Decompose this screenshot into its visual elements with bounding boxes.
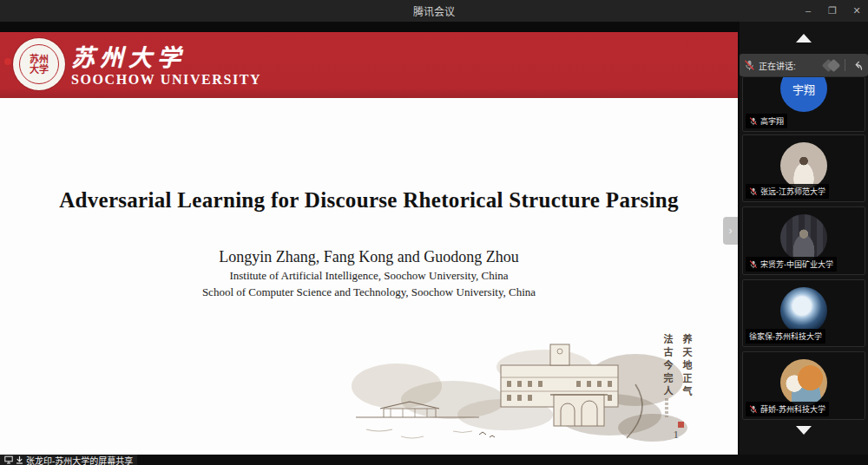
scroll-down-icon[interactable]: [796, 426, 812, 435]
participant-tile[interactable]: 徐家保-苏州科技大学: [742, 279, 865, 347]
divider: [845, 59, 845, 71]
window-controls: – ❐ ✕: [802, 0, 863, 22]
participant-name-chip: 薛娇-苏州科技大学: [746, 402, 829, 416]
speaking-avatars: [824, 61, 838, 70]
mic-muted-icon: [749, 187, 758, 196]
motto-column-1: 养天地正气: [679, 334, 693, 399]
window-titlebar: 腾讯会议 – ❐ ✕: [0, 0, 868, 22]
participant-name-chip: 徐家保-苏州科技大学: [746, 329, 825, 344]
speaking-label: 正在讲话:: [759, 59, 796, 72]
presentation-slide: 苏州大学 苏州大学 SOOCHOW UNIVERSITY Adversarial…: [0, 32, 738, 455]
mic-muted-icon: [749, 405, 758, 414]
screen-share-icon: [4, 455, 13, 464]
ink-painting-graphic: [349, 332, 698, 445]
speaking-indicator-bar: 正在讲话:: [740, 54, 868, 76]
university-name-en: SOOCHOW UNIVERSITY: [71, 72, 261, 88]
close-icon[interactable]: ✕: [851, 0, 863, 22]
participant-tile[interactable]: 宇翔 高宇翔: [742, 76, 865, 132]
participant-name: 高宇翔: [760, 115, 784, 127]
slide-page-number: 1: [674, 428, 680, 442]
slide-authors: Longyin Zhang, Fang Kong and Guodong Zho…: [0, 248, 738, 266]
slide-banner: 苏州大学 苏州大学 SOOCHOW UNIVERSITY: [0, 32, 738, 98]
university-motto: 养天地正气 法古今完人: [660, 334, 693, 399]
slide-affiliation-2: School of Computer Science and Technolog…: [0, 285, 738, 299]
seal-ring: 苏州大学: [19, 44, 59, 84]
reply-arrow-icon[interactable]: [852, 59, 864, 71]
mic-muted-icon: [749, 260, 758, 269]
participant-name: 张远-江苏师范大学: [760, 186, 825, 197]
maximize-icon[interactable]: ❐: [826, 0, 838, 22]
bottom-status-bar: 张龙印-苏州大学的屏幕共享: [0, 455, 868, 465]
participant-tile[interactable]: 张远-江苏师范大学: [742, 134, 865, 202]
minimize-icon[interactable]: –: [802, 0, 814, 22]
seal-text: 苏州大学: [28, 54, 50, 75]
red-stamp: [678, 422, 684, 428]
artist-signature: [665, 398, 668, 417]
participant-name-chip: 宋贤芳-中国矿业大学: [746, 257, 837, 272]
screen-share-status-chip: 张龙印-苏州大学的屏幕共享: [0, 455, 137, 465]
participant-name-chip: 张远-江苏师范大学: [746, 184, 829, 199]
university-seal-logo: 苏州大学: [13, 38, 65, 90]
audio-share-icon: [16, 455, 23, 464]
participants-panel: 正在讲话: 宇翔 高宇翔: [740, 22, 868, 455]
motto-column-2: 法古今完人: [660, 334, 674, 399]
share-label: 张龙印-苏州大学的屏幕共享: [26, 454, 133, 465]
mic-muted-icon: [744, 60, 755, 71]
window-title: 腾讯会议: [0, 3, 868, 18]
university-name-cn: 苏州大学: [71, 39, 186, 73]
mic-muted-icon: [749, 117, 758, 126]
participant-tile[interactable]: 薛娇-苏州科技大学: [742, 351, 865, 420]
avatar: [780, 214, 827, 261]
record-dot: [4, 58, 11, 65]
participant-tile[interactable]: 宋贤芳-中国矿业大学: [742, 206, 865, 275]
screen-share-stage: 苏州大学 苏州大学 SOOCHOW UNIVERSITY Adversarial…: [0, 22, 740, 455]
participant-name-chip: 高宇翔: [746, 114, 787, 128]
panel-collapse-handle[interactable]: ›: [723, 217, 738, 245]
slide-affiliation-1: Institute of Artificial Intelligence, So…: [0, 269, 738, 283]
avatar: 宇翔: [780, 76, 827, 112]
participant-name: 徐家保-苏州科技大学: [749, 331, 822, 342]
slide-title: Adversarial Learning for Discourse Rheto…: [0, 188, 738, 213]
avatar: [780, 142, 827, 189]
tencent-meeting-window: 腾讯会议 – ❐ ✕ 苏州大学 苏州大学 SOOCHOW UNIVERSITY …: [0, 0, 868, 465]
avatar: [780, 359, 827, 406]
campus-ink-painting: 养天地正气 法古今完人 1: [349, 332, 698, 445]
scroll-up-icon[interactable]: [796, 34, 812, 43]
avatar: [780, 287, 827, 334]
participant-name: 宋贤芳-中国矿业大学: [760, 259, 833, 270]
participant-name: 薛娇-苏州科技大学: [760, 403, 825, 415]
